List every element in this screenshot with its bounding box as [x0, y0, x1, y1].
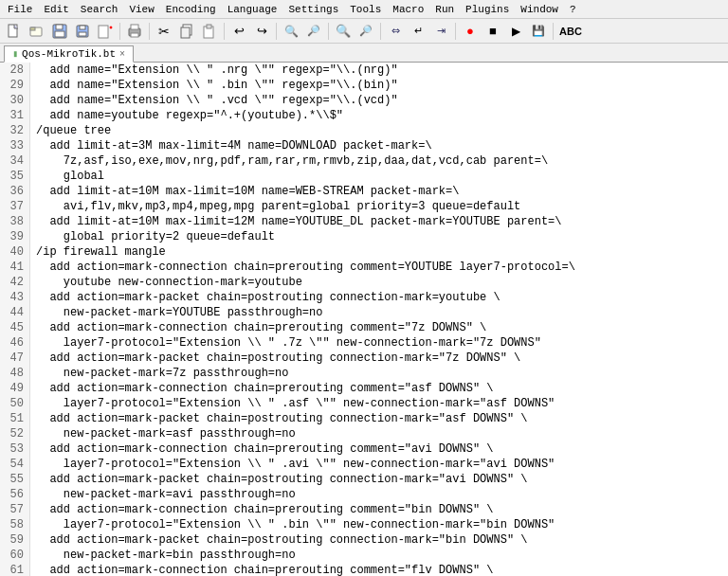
save-btn[interactable] — [49, 21, 70, 42]
abc-btn[interactable]: ABC — [557, 21, 584, 42]
line-number: 33 — [6, 138, 24, 153]
macro-save-btn[interactable]: 💾 — [528, 21, 549, 42]
code-line: /queue tree — [36, 123, 722, 138]
print-btn[interactable] — [124, 21, 145, 42]
copy-btn[interactable] — [176, 21, 197, 42]
code-line: new-packet-mark=asf passthrough=no — [36, 426, 722, 441]
line-number: 42 — [6, 275, 24, 290]
menu-edit[interactable]: Edit — [38, 2, 74, 17]
code-line: add action=mark-connection chain=prerout… — [36, 381, 722, 396]
svg-rect-7 — [80, 26, 85, 29]
toolbar: ✂ ↩ ↪ 🔍 🔎 🔍 🔎 ⇔ ↵ ⇥ ● ■ ▶ 💾 ABC — [0, 19, 728, 44]
svg-rect-2 — [30, 27, 35, 30]
code-line: new-packet-mark=7z passthrough=no — [36, 366, 722, 381]
find-btn[interactable]: 🔍 — [281, 21, 301, 42]
line-number: 56 — [6, 487, 24, 502]
svg-rect-16 — [181, 27, 190, 38]
menu-settings[interactable]: Settings — [282, 2, 344, 17]
code-line: add name="Extension \\ " .nrg \"" regexp… — [36, 63, 722, 78]
line-number: 58 — [6, 517, 24, 532]
new-file-btn[interactable] — [4, 21, 25, 42]
open-file-btn[interactable] — [27, 21, 47, 42]
code-line: add limit-at=3M max-limit=4M name=DOWNLO… — [36, 138, 722, 153]
line-number: 44 — [6, 305, 24, 320]
code-line: add name=youtube regexp="^.+(youtube).*\… — [36, 108, 722, 123]
line-number: 28 — [6, 63, 24, 78]
cut-btn[interactable]: ✂ — [154, 21, 174, 42]
svg-rect-13 — [131, 25, 138, 29]
code-line: 7z,asf,iso,exe,mov,nrg,pdf,ram,rar,rm,rm… — [36, 153, 722, 169]
line-number: 55 — [6, 472, 24, 487]
save-all-btn[interactable] — [72, 21, 93, 42]
line-number: 37 — [6, 199, 24, 214]
code-line: layer7-protocol="Extension \\ " .avi \""… — [36, 457, 722, 472]
code-line: new-packet-mark=avi passthrough=no — [36, 487, 722, 502]
code-line: add action=mark-packet chain=postrouting… — [36, 472, 722, 487]
menu-window[interactable]: Window — [515, 2, 564, 17]
active-tab[interactable]: ▮ Qos-MikroTik.bt × — [4, 45, 134, 63]
line-number: 29 — [6, 78, 24, 93]
menu-view[interactable]: View — [123, 2, 159, 17]
code-line: new-packet-mark=YOUTUBE passthrough=no — [36, 305, 722, 320]
menu-language[interactable]: Language — [222, 2, 283, 17]
code-line: layer7-protocol="Extension \\ " .bin \""… — [36, 517, 722, 532]
line-number: 43 — [6, 290, 24, 305]
line-number: 49 — [6, 381, 24, 396]
sync-scroll-btn[interactable]: ⇔ — [385, 21, 406, 42]
line-number: 30 — [6, 93, 24, 108]
line-number: 48 — [6, 366, 24, 381]
line-number: 39 — [6, 229, 24, 244]
line-number: 54 — [6, 457, 24, 472]
code-content[interactable]: add name="Extension \\ " .nrg \"" regexp… — [30, 63, 728, 576]
code-line: add action=mark-packet chain=postrouting… — [36, 411, 722, 426]
code-line: add action=mark-connection chain=prerout… — [36, 502, 722, 517]
svg-rect-8 — [79, 32, 86, 36]
code-line: avi,flv,mkv,mp3,mp4,mpeg,mpg parent=glob… — [36, 199, 722, 214]
line-number: 47 — [6, 351, 24, 366]
menu-run[interactable]: Run — [429, 2, 460, 17]
redo-btn[interactable]: ↪ — [251, 21, 272, 42]
line-number: 57 — [6, 502, 24, 517]
line-numbers: 2829303132333435363738394041424344454647… — [0, 63, 30, 576]
line-number: 61 — [6, 563, 24, 576]
menu-search[interactable]: Search — [75, 2, 124, 17]
menu-encoding[interactable]: Encoding — [160, 2, 222, 17]
line-number: 31 — [6, 108, 24, 123]
menu-tools[interactable]: Tools — [344, 2, 387, 17]
line-number: 59 — [6, 532, 24, 548]
svg-rect-14 — [131, 33, 138, 37]
zoom-out-btn[interactable]: 🔎 — [355, 21, 376, 42]
macro-rec-btn[interactable]: ● — [460, 21, 481, 42]
code-line: /ip firewall mangle — [36, 244, 722, 260]
code-line: add action=mark-connection chain=prerout… — [36, 260, 722, 275]
line-number: 34 — [6, 153, 24, 169]
menu-plugins[interactable]: Plugins — [460, 2, 515, 17]
code-line: add limit-at=10M max-limit=12M name=YOUT… — [36, 214, 722, 229]
tab-close-btn[interactable]: × — [119, 49, 125, 60]
macro-play-btn[interactable]: ▶ — [505, 21, 526, 42]
close-file-btn[interactable] — [95, 21, 116, 42]
zoom-in-btn[interactable]: 🔍 — [333, 21, 354, 42]
sep4 — [276, 23, 277, 40]
line-number: 40 — [6, 244, 24, 260]
macro-stop-btn[interactable]: ■ — [482, 21, 503, 42]
code-line: add limit-at=10M max-limit=10M name=WEB-… — [36, 184, 722, 199]
tab-label: Qos-MikroTik.bt — [22, 48, 116, 60]
line-number: 38 — [6, 214, 24, 229]
sep5 — [328, 23, 329, 40]
indent-btn[interactable]: ⇥ — [430, 21, 451, 42]
menu-file[interactable]: File — [2, 2, 38, 17]
svg-rect-9 — [99, 26, 108, 38]
paste-btn[interactable] — [199, 21, 220, 42]
sep7 — [455, 23, 456, 40]
code-line: add action=mark-connection chain=prerout… — [36, 563, 722, 576]
code-line: layer7-protocol="Extension \\ " .asf \""… — [36, 396, 722, 411]
menu-macro[interactable]: Macro — [387, 2, 429, 17]
menu-help[interactable]: ? — [564, 2, 582, 17]
word-wrap-btn[interactable]: ↵ — [408, 21, 428, 42]
line-number: 46 — [6, 335, 24, 351]
undo-btn[interactable]: ↩ — [228, 21, 249, 42]
find-in-files-btn[interactable]: 🔎 — [303, 21, 324, 42]
code-line: add action=mark-packet chain=postrouting… — [36, 290, 722, 305]
editor-area[interactable]: 2829303132333435363738394041424344454647… — [0, 63, 728, 576]
